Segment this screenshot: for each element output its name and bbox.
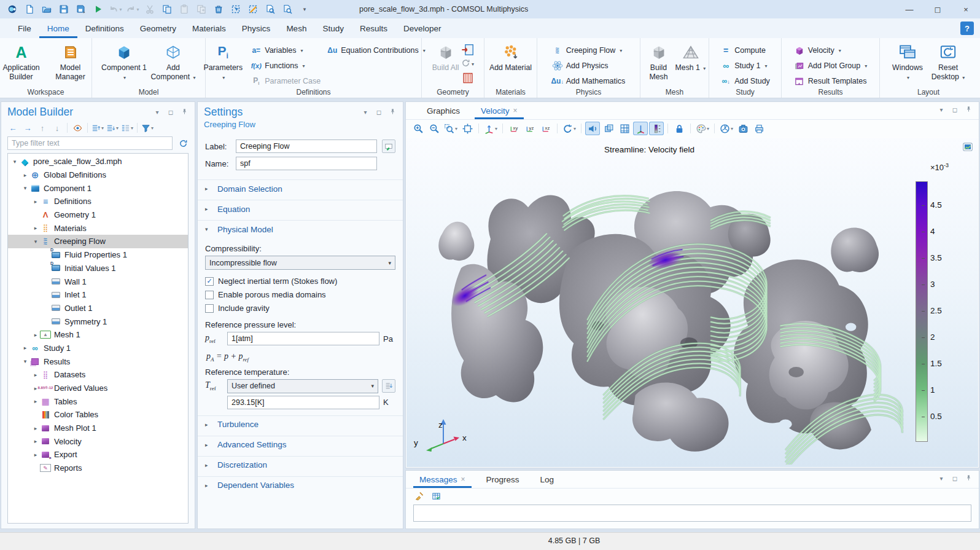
tree-arrow[interactable]: ▸: [31, 452, 40, 458]
clear-log-icon[interactable]: [412, 490, 426, 502]
collapse-all-icon[interactable]: ▾: [91, 122, 104, 134]
section-discretization[interactable]: ▸Discretization: [198, 456, 403, 474]
tree-arrow[interactable]: ▸: [31, 198, 40, 205]
rotate-button[interactable]: ▾: [561, 122, 577, 135]
parameter-case-button[interactable]: PiParameter Case: [248, 74, 323, 88]
view-xy-button[interactable]: xy: [507, 122, 521, 135]
duplicate-icon[interactable]: [194, 2, 209, 16]
tree-item-component-1[interactable]: ▾Component 1: [8, 181, 188, 195]
messages-output[interactable]: [413, 505, 971, 522]
ribbon-tab-study[interactable]: Study: [314, 18, 352, 38]
ribbon-tab-results[interactable]: Results: [352, 18, 395, 38]
panel-menu-icon[interactable]: ▾: [361, 109, 370, 116]
tree-item-mesh-1[interactable]: ▸Mesh 1: [8, 328, 188, 342]
lock-button[interactable]: [672, 122, 686, 135]
section-domain-selection[interactable]: ▸Domain Selection: [198, 179, 403, 197]
tree-arrow[interactable]: ▸: [31, 332, 40, 338]
toolbar-more-icon[interactable]: ▾: [297, 2, 312, 16]
view-xz-button[interactable]: xz: [539, 122, 553, 135]
tree-item-geometry-1[interactable]: Geometry 1: [8, 208, 188, 222]
paste-icon[interactable]: [177, 2, 192, 16]
tree-item-fluid-properties-1[interactable]: Fluid Properties 1: [8, 248, 188, 262]
tree-arrow[interactable]: ▸: [31, 372, 40, 378]
cut-icon[interactable]: [142, 2, 157, 16]
add-plot-group-button[interactable]: Add Plot Group▾: [791, 59, 869, 73]
label-input[interactable]: [236, 139, 377, 153]
panel-menu-icon[interactable]: ▾: [153, 109, 161, 116]
panel-float-icon[interactable]: ◻: [166, 109, 175, 116]
filter-icon[interactable]: ▾: [141, 122, 154, 134]
compressibility-select[interactable]: Incompressible flow▾: [205, 256, 395, 270]
tree-item-materials[interactable]: ▸Materials: [8, 221, 188, 235]
add-material-button[interactable]: Add Material: [489, 42, 532, 73]
tree-arrow[interactable]: ▸: [31, 398, 40, 404]
refresh-icon[interactable]: [176, 137, 190, 149]
ribbon-tab-file[interactable]: File: [10, 18, 39, 38]
windows-button[interactable]: Windows▾: [889, 42, 927, 81]
comsol-logo-icon[interactable]: [5, 2, 20, 16]
component-1-button[interactable]: Component 1 ▾: [100, 42, 148, 81]
tree-arrow[interactable]: ▸: [31, 438, 40, 444]
section-dependent-variables[interactable]: ▸Dependent Variables: [198, 476, 403, 494]
redo-icon[interactable]: ▾: [125, 2, 140, 16]
tree-arrow[interactable]: ▸: [31, 225, 40, 231]
clear-selection-icon[interactable]: [246, 2, 260, 16]
save-icon[interactable]: [56, 2, 71, 16]
tree-item-pore-scale-flow-3d-mph[interactable]: ▾pore_scale_flow_3d.mph: [8, 155, 188, 168]
section-physical-model[interactable]: ▾Physical Model: [198, 220, 403, 238]
undo-icon[interactable]: ▾: [108, 2, 123, 16]
streamline-plot[interactable]: [410, 152, 909, 465]
tree-arrow[interactable]: ▸: [31, 425, 40, 431]
tree-item-mesh-plot-1[interactable]: ▸Mesh Plot 1: [8, 422, 188, 435]
tree-item-color-tables[interactable]: Color Tables: [8, 408, 188, 422]
result-templates-button[interactable]: Result Templates: [791, 74, 869, 88]
tree-arrow[interactable]: ▾: [21, 358, 29, 364]
rename-icon[interactable]: [382, 139, 395, 153]
tree-arrow[interactable]: ▾: [21, 185, 29, 191]
tree-filter-input[interactable]: [7, 136, 173, 150]
orientation-axes-button[interactable]: [633, 122, 648, 135]
add-study-button[interactable]: ∞↓Add Study: [718, 74, 772, 88]
expand-all-icon[interactable]: ▾: [106, 122, 119, 134]
model-manager-button[interactable]: Model Manager: [47, 42, 95, 81]
equation-contributions-button[interactable]: ΔuEquation Contributions▾: [324, 44, 428, 57]
zoom-extents-button[interactable]: [460, 122, 475, 135]
variables-button[interactable]: a=Variables▾: [248, 44, 323, 57]
ribbon-tab-mesh[interactable]: Mesh: [278, 18, 314, 38]
go-to-view-button[interactable]: ▾: [483, 122, 499, 135]
build-mesh-button[interactable]: Build Mesh: [644, 42, 674, 81]
tree-item-initial-values-1[interactable]: Initial Values 1: [8, 262, 188, 275]
pref-input[interactable]: [227, 332, 379, 345]
tree-item-global-definitions[interactable]: ▸Global Definitions: [8, 168, 188, 182]
zoom-in-button[interactable]: [411, 122, 426, 135]
back-icon[interactable]: ←: [6, 122, 20, 134]
messages-tab-messages[interactable]: Messages×: [413, 471, 472, 488]
parameters-button[interactable]: Pi Parameters▾: [199, 42, 247, 81]
panel-pin-icon[interactable]: [964, 106, 973, 114]
messages-tab-log[interactable]: Log: [534, 471, 561, 488]
reset-desktop-button[interactable]: Reset Desktop ▾: [928, 42, 968, 81]
graphics-canvas[interactable]: Streamline: Velocity field: [406, 138, 978, 467]
add-component-button[interactable]: Add Component ▾: [149, 42, 197, 81]
tree-item-results[interactable]: ▾Results: [8, 355, 188, 368]
compute-button[interactable]: =Compute: [718, 44, 772, 57]
tree-item-outlet-1[interactable]: Outlet 1: [8, 302, 188, 315]
add-mathematics-button[interactable]: Δu↓Add Mathematics: [550, 74, 628, 88]
panel-menu-icon[interactable]: ▾: [937, 475, 946, 482]
graphics-tab-velocity[interactable]: Velocity×: [475, 102, 524, 119]
move-down-icon[interactable]: ↓: [50, 122, 64, 134]
tree-item-tables[interactable]: ▸Tables: [8, 395, 188, 408]
ribbon-tab-home[interactable]: Home: [39, 18, 77, 38]
mesh-1-button[interactable]: Mesh 1 ▾: [675, 42, 706, 73]
tree-item-study-1[interactable]: ▸Study 1: [8, 342, 188, 355]
tree-arrow[interactable]: ▸: [21, 345, 29, 351]
select-box-icon[interactable]: [228, 2, 243, 16]
panel-menu-icon[interactable]: ▾: [937, 106, 946, 113]
checkbox-porous-media[interactable]: Enable porous media domains: [205, 290, 395, 299]
delete-icon[interactable]: [211, 2, 226, 16]
view-yz-button[interactable]: yz: [523, 122, 537, 135]
section-turbulence[interactable]: ▸Turbulence: [198, 415, 403, 433]
checkbox-include-gravity[interactable]: Include gravity: [205, 304, 395, 313]
table-export-icon[interactable]: [429, 490, 443, 502]
rebuild-icon[interactable]: ▾: [461, 58, 475, 70]
